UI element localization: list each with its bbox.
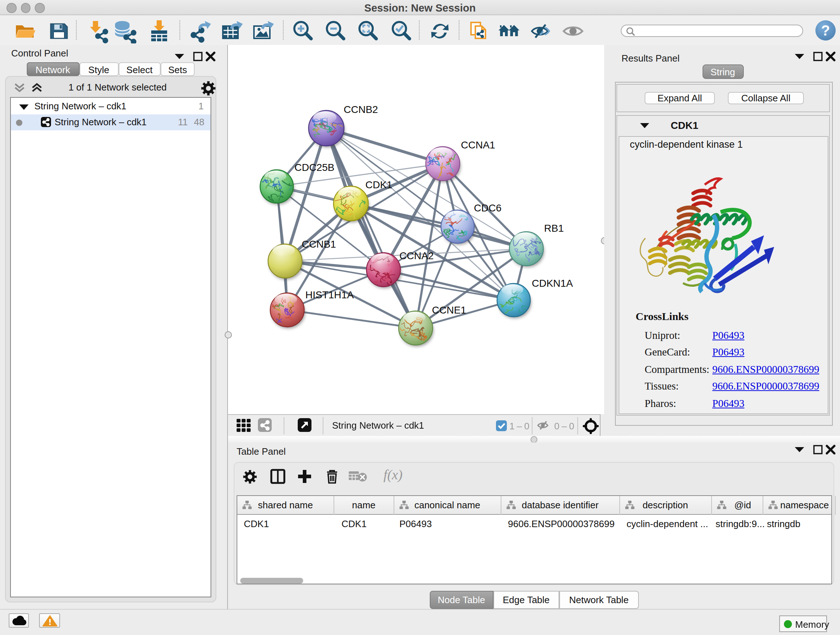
svg-text:CCNB1: CCNB1 xyxy=(302,238,336,249)
svg-text:HIST1H1A: HIST1H1A xyxy=(305,289,354,300)
svg-text:CCNB2: CCNB2 xyxy=(344,103,378,115)
svg-text:CDC25B: CDC25B xyxy=(294,162,334,173)
svg-text:CDC6: CDC6 xyxy=(474,202,501,213)
svg-text:RB1: RB1 xyxy=(544,222,564,233)
svg-text:CCNE1: CCNE1 xyxy=(432,304,466,315)
svg-text:CDK1: CDK1 xyxy=(365,179,393,190)
svg-text:CCNA1: CCNA1 xyxy=(461,139,495,150)
svg-text:CDKN1A: CDKN1A xyxy=(532,277,573,288)
svg-text:?: ? xyxy=(821,22,830,38)
svg-text:CCNA2: CCNA2 xyxy=(399,250,434,261)
